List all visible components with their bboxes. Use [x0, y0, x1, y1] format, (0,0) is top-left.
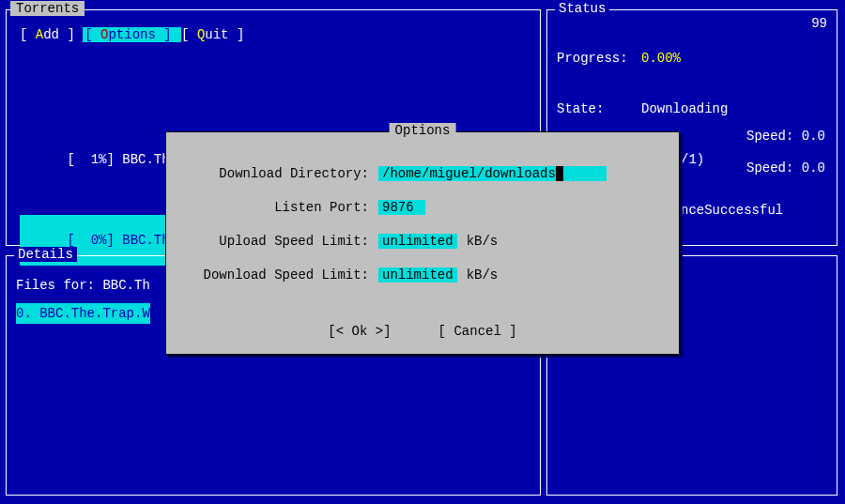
download-dir-value: /home/miguel/downloads [382, 166, 556, 181]
download-dir-label: Download Directory: [202, 166, 378, 181]
download-limit-field[interactable]: unlimited [378, 267, 457, 283]
cancel-button[interactable]: [ Cancel ] [435, 324, 521, 339]
download-limit-row: Download Speed Limit: unlimited kB/s [202, 266, 651, 284]
listen-port-field[interactable]: 9876 [378, 200, 425, 215]
torrent-pct: [ 0%] [67, 233, 114, 248]
ok-hotkey: O [352, 324, 360, 339]
upload-limit-field[interactable]: unlimited [378, 234, 457, 249]
torrent-pct: [ 1%] [67, 152, 114, 167]
upload-limit-label: Upload Speed Limit: [202, 234, 378, 249]
progress-value: 0.00% [641, 51, 681, 66]
ok-button[interactable]: [< Ok >] [324, 324, 403, 339]
options-dialog-title: Options [390, 123, 456, 138]
options-dialog: Options Download Directory: /home/miguel… [165, 131, 680, 355]
details-title: Details [14, 247, 77, 262]
menu-row: [ Add ] [ Options ] [ Quit ] [20, 27, 244, 42]
quit-rest: uit ] [205, 27, 244, 42]
options-rest: ptions ] [108, 27, 171, 42]
status-right-number: 99 [811, 16, 827, 31]
dialog-buttons: [< Ok >] [ Cancel ] [166, 324, 679, 339]
options-button[interactable]: [ Options ] [83, 27, 181, 42]
cancel-hotkey: C [453, 324, 461, 339]
bracket: [ [438, 324, 454, 339]
download-limit-label: Download Speed Limit: [202, 267, 378, 283]
state-label: State: [557, 100, 641, 117]
torrents-tab[interactable]: Torrents [10, 1, 84, 16]
add-rest: dd ] [43, 27, 75, 42]
cursor-icon [556, 166, 563, 181]
download-dir-row: Download Directory: /home/miguel/downloa… [202, 164, 651, 183]
speed-1: Speed: 0.0 [746, 129, 825, 144]
status-title: Status [555, 1, 609, 16]
upload-limit-row: Upload Speed Limit: unlimited kB/s [202, 232, 651, 251]
add-hotkey: A [36, 27, 43, 42]
download-limit-unit: kB/s [457, 267, 499, 283]
bracket: [ [20, 27, 36, 42]
details-files-for: Files for: BBC.Th [16, 275, 150, 296]
quit-button[interactable]: [ Quit ] [181, 27, 244, 42]
speed-2: Speed: 0.0 [746, 160, 825, 176]
listen-port-label: Listen Port: [202, 200, 378, 215]
add-button[interactable]: [ Add ] [20, 27, 83, 42]
cancel-rest: ancel ] [462, 324, 517, 339]
ok-rest: k >] [360, 324, 392, 339]
upload-limit-unit: kB/s [457, 234, 499, 249]
bracket: [ [181, 27, 197, 42]
details-selected-file[interactable]: 0. BBC.The.Trap.W [16, 303, 150, 324]
bracket: [ [84, 27, 100, 42]
listen-port-row: Listen Port: 9876 [202, 198, 651, 217]
bracket: [< [328, 324, 351, 339]
state-value: Downloading [641, 101, 728, 116]
download-dir-field[interactable]: /home/miguel/downloads [378, 166, 607, 181]
progress-label: Progress: [557, 50, 641, 67]
